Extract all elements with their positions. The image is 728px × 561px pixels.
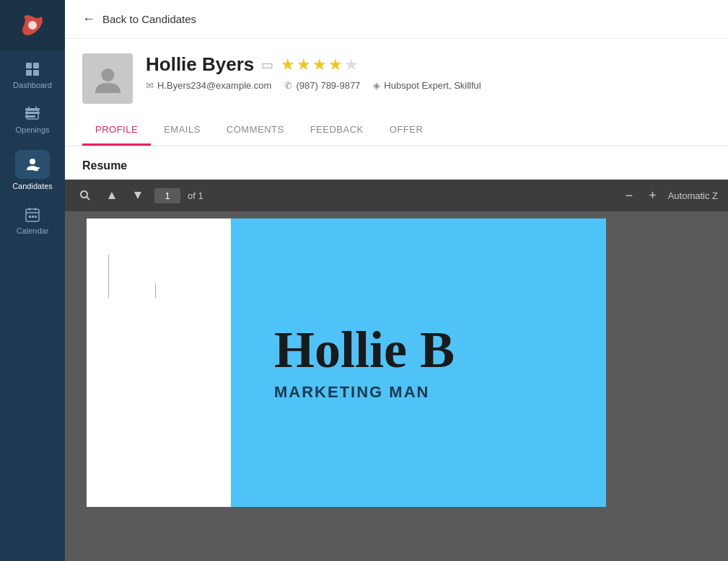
pdf-next-page-button[interactable] <box>128 187 147 203</box>
pdf-zoom-in-button[interactable]: + <box>644 185 661 206</box>
pdf-page: Hollie B MARKETING MAN <box>87 218 606 507</box>
svg-rect-2 <box>33 63 39 69</box>
email-icon: ✉ <box>146 80 154 91</box>
bookmark-icon[interactable]: ▭ <box>261 57 273 73</box>
pdf-content-area: Hollie B MARKETING MAN <box>65 211 728 561</box>
candidate-details: Hollie Byers ▭ ★ ★ ★ ★ ★ ✉ H.Byers234@ex… <box>146 53 711 91</box>
sidebar-item-candidates[interactable]: Candidates <box>0 140 65 196</box>
sidebar-item-label: Openings <box>15 125 49 134</box>
svg-rect-10 <box>34 167 40 169</box>
star-5: ★ <box>344 56 359 74</box>
candidate-email: H.Byers234@example.com <box>157 80 271 91</box>
candidate-meta: ✉ H.Byers234@example.com ✆ (987) 789-987… <box>146 80 711 91</box>
back-to-candidates-link[interactable]: ← Back to Candidates <box>82 12 196 27</box>
pdf-viewer: of 1 − + Automatic Z Hollie B MARKETING … <box>65 180 728 561</box>
svg-point-19 <box>101 69 114 81</box>
skills-meta: ◈ Hubspot Expert, Skillful <box>373 80 481 91</box>
topbar: ← Back to Candidates <box>65 0 728 39</box>
pdf-margin-line <box>108 255 109 298</box>
back-arrow-icon: ← <box>82 12 95 27</box>
svg-rect-4 <box>33 70 39 76</box>
svg-line-21 <box>87 197 89 200</box>
svg-rect-11 <box>34 169 38 171</box>
star-3: ★ <box>312 56 327 74</box>
svg-rect-17 <box>32 216 34 218</box>
pdf-zoom-out-button[interactable]: − <box>621 185 638 206</box>
sidebar-item-label: Candidates <box>12 182 53 190</box>
pdf-left-white <box>87 218 216 507</box>
pdf-page-total: of 1 <box>188 190 203 201</box>
dashboard-icon <box>24 61 41 78</box>
star-1: ★ <box>281 56 295 74</box>
pdf-search-button[interactable] <box>75 187 95 204</box>
tabs-bar: PROFILE EMAILS COMMENTS FEEDBACK OFFER <box>65 115 728 146</box>
svg-rect-1 <box>26 63 32 69</box>
svg-rect-6 <box>25 112 40 114</box>
svg-rect-8 <box>27 110 38 119</box>
tab-offer[interactable]: OFFER <box>377 115 437 146</box>
main-content: ← Back to Candidates Hollie Byers ▭ ★ ★ <box>65 0 728 561</box>
pdf-page-input[interactable] <box>154 188 180 203</box>
svg-point-20 <box>81 191 87 198</box>
phone-icon: ✆ <box>284 80 292 91</box>
pdf-prev-page-button[interactable] <box>102 187 121 203</box>
svg-rect-12 <box>26 209 39 221</box>
pdf-zoom-label: Automatic Z <box>668 190 718 201</box>
avatar <box>82 53 133 104</box>
calendar-icon <box>24 206 41 224</box>
candidate-skills: Hubspot Expert, Skillful <box>384 80 481 91</box>
pdf-candidate-title: MARKETING MAN <box>274 383 606 402</box>
sidebar-item-openings[interactable]: Openings <box>0 95 65 140</box>
svg-point-0 <box>28 21 37 30</box>
svg-point-9 <box>30 159 35 164</box>
pdf-toolbar: of 1 − + Automatic Z <box>65 180 728 211</box>
pdf-margin-line2 <box>155 283 156 298</box>
email-meta: ✉ H.Byers234@example.com <box>146 80 271 91</box>
candidate-name-row: Hollie Byers ▭ ★ ★ ★ ★ ★ <box>146 53 711 76</box>
svg-rect-18 <box>35 216 37 218</box>
tab-comments[interactable]: COMMENTS <box>214 115 297 146</box>
skills-icon: ◈ <box>373 80 380 91</box>
phone-meta: ✆ (987) 789-9877 <box>284 80 360 91</box>
resume-section: Resume <box>65 146 728 180</box>
sidebar-item-label: Calendar <box>17 226 49 235</box>
svg-marker-22 <box>108 192 115 199</box>
svg-rect-3 <box>26 70 32 76</box>
star-2: ★ <box>297 56 311 74</box>
sidebar-logo[interactable] <box>0 0 65 50</box>
stars-rating[interactable]: ★ ★ ★ ★ ★ <box>281 56 359 74</box>
tab-feedback[interactable]: FEEDBACK <box>297 115 377 146</box>
candidates-icon <box>15 150 50 179</box>
openings-icon <box>24 105 41 123</box>
pdf-candidate-name: Hollie B <box>274 324 606 376</box>
candidate-phone: (987) 789-9877 <box>296 80 360 91</box>
sidebar-item-calendar[interactable]: Calendar <box>0 196 65 241</box>
back-label: Back to Candidates <box>102 13 196 25</box>
tab-emails[interactable]: EMAILS <box>151 115 214 146</box>
tab-profile[interactable]: PROFILE <box>82 115 151 146</box>
candidate-name: Hollie Byers <box>146 53 254 76</box>
candidate-info: Hollie Byers ▭ ★ ★ ★ ★ ★ ✉ H.Byers234@ex… <box>82 53 711 104</box>
sidebar: Dashboard Openings Candidates <box>0 0 65 561</box>
pdf-blue-header: Hollie B MARKETING MAN <box>231 218 606 507</box>
resume-section-title: Resume <box>82 159 127 172</box>
svg-rect-16 <box>29 216 31 218</box>
sidebar-item-dashboard[interactable]: Dashboard <box>0 50 65 95</box>
svg-marker-23 <box>134 192 141 199</box>
star-4: ★ <box>328 56 343 74</box>
candidate-header: Hollie Byers ▭ ★ ★ ★ ★ ★ ✉ H.Byers234@ex… <box>65 39 728 115</box>
sidebar-item-label: Dashboard <box>13 81 52 89</box>
